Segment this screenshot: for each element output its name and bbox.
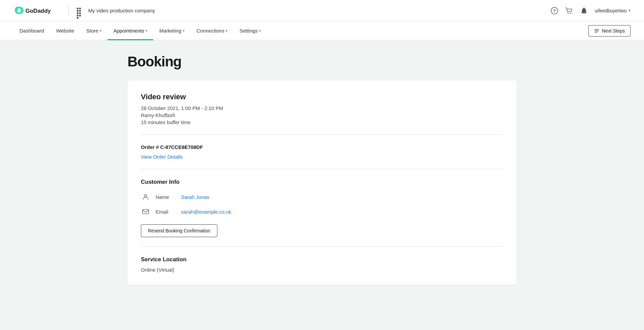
top-header: GoDaddy My video production company ? [0,0,644,21]
svg-rect-9 [143,210,149,214]
help-icon[interactable]: ? [550,7,558,15]
nav-store[interactable]: Store ▾ [80,21,107,40]
marketing-chevron: ▾ [183,29,184,33]
service-location-section: Service Location Online (Virtual) [141,256,503,273]
bell-icon[interactable] [580,7,588,15]
nav-appointments[interactable]: Appointments ▾ [107,21,153,40]
nav-connections[interactable]: Connections ▾ [191,21,233,40]
email-icon [141,207,150,216]
cart-icon[interactable] [565,7,573,15]
nav-website[interactable]: Website [50,21,80,40]
customer-info-heading: Customer Info [141,179,503,185]
resend-booking-button[interactable]: Resend Booking Confirmation [141,224,217,237]
connections-chevron: ▾ [226,29,227,33]
svg-point-3 [568,13,569,14]
divider-1 [141,134,503,135]
service-info-section: Video review 28 October 2021, 1:00 PM - … [141,93,503,125]
customer-email-row: Email sarah@example.co.uk [141,207,503,216]
page-content: Booking Video review 28 October 2021, 1:… [107,40,537,298]
booking-buffer: 15 minutes buffer time [141,119,503,125]
godaddy-logo[interactable]: GoDaddy [13,5,60,17]
booking-card: Video review 28 October 2021, 1:00 PM - … [127,80,517,285]
divider-3 [141,246,503,247]
nav-settings[interactable]: Settings ▾ [233,21,267,40]
customer-name-row: Name Sarah Jonas [141,192,503,202]
next-steps-icon [594,28,599,34]
service-location-heading: Service Location [141,256,503,263]
logo-svg: GoDaddy [13,5,60,17]
name-label: Name [156,194,176,200]
logo-area: GoDaddy My video production company [13,5,155,17]
service-location-value: Online (Virtual) [141,267,503,273]
nav-marketing[interactable]: Marketing ▾ [153,21,191,40]
page-title: Booking [127,54,517,70]
user-chevron: ▾ [629,8,631,13]
nav-bar: Dashboard Website Store ▾ Appointments ▾… [0,21,644,40]
next-steps-button[interactable]: Next Steps [588,25,631,37]
service-name: Video review [141,93,503,101]
customer-email-link[interactable]: sarah@example.co.uk [181,209,231,215]
order-number: Order # C-87CCE8E708DF [141,144,503,150]
divider-2 [141,169,503,169]
person-icon [141,192,150,202]
grid-icon[interactable] [77,8,83,14]
store-chevron: ▾ [100,29,101,33]
svg-text:GoDaddy: GoDaddy [25,8,51,14]
view-order-link[interactable]: View Order Details [141,154,183,160]
header-right: ? uifeedbuyertwo ▾ [550,7,631,15]
booking-datetime: 28 October 2021, 1:00 PM - 2:10 PM [141,105,503,111]
svg-point-8 [144,195,147,197]
svg-text:?: ? [553,8,556,13]
logo-divider [68,6,69,15]
booking-staff: Ramy Khuffash [141,112,503,118]
appointments-chevron: ▾ [146,29,147,33]
email-label: Email [156,209,176,215]
settings-chevron: ▾ [259,29,261,33]
nav-dashboard[interactable]: Dashboard [13,21,50,40]
order-section: Order # C-87CCE8E708DF View Order Detail… [141,144,503,160]
customer-name-link[interactable]: Sarah Jonas [181,194,209,200]
company-name: My video production company [88,8,155,13]
customer-info-section: Customer Info Name Sarah Jonas [141,179,503,237]
user-menu[interactable]: uifeedbuyertwo ▾ [595,8,631,13]
user-name: uifeedbuyertwo [595,8,627,13]
svg-point-4 [571,13,572,14]
